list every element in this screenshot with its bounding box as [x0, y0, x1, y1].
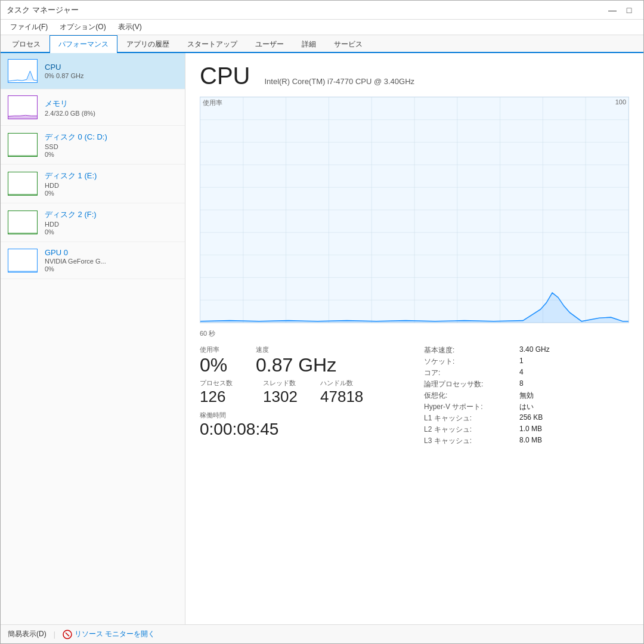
info-row-socket: ソケット: 1	[424, 357, 629, 367]
counts-values-row: 126 1302 47818	[200, 388, 405, 406]
l3-val: 8.0 MB	[519, 436, 542, 446]
l2-key: L2 キャッシュ:	[424, 425, 519, 435]
core-key: コア:	[424, 368, 519, 378]
menu-options[interactable]: オプション(O)	[55, 21, 110, 33]
handle-label: ハンドル数	[320, 379, 353, 388]
disk0-sidebar-title: ディスク 0 (C: D:)	[45, 132, 178, 143]
info-row-hyperv: Hyper-V サポート: はい	[424, 402, 629, 412]
uptime-group: 稼働時間 0:00:08:45	[200, 411, 405, 439]
thread-value: 1302	[263, 388, 311, 406]
disk2-sidebar-subtitle1: HDD	[45, 221, 178, 228]
disk0-sidebar-info: ディスク 0 (C: D:) SSD 0%	[45, 132, 178, 158]
l1-val: 256 KB	[519, 413, 543, 423]
usage-label: 使用率	[200, 345, 242, 354]
main-header: CPU Intel(R) Core(TM) i7-4770 CPU @ 3.40…	[200, 63, 629, 89]
virtual-val: 無効	[519, 391, 534, 401]
socket-key: ソケット:	[424, 357, 519, 367]
menu-view[interactable]: 表示(V)	[113, 21, 147, 33]
handle-value: 47818	[320, 388, 363, 406]
gpu-sidebar-subtitle2: 0%	[45, 265, 178, 273]
title-bar: タスク マネージャー — □	[1, 1, 643, 20]
logical-key: 論理プロセッサ数:	[424, 379, 519, 389]
disk1-sidebar-subtitle2: 0%	[45, 190, 178, 197]
logical-val: 8	[519, 379, 524, 389]
info-row-virtual: 仮想化: 無効	[424, 391, 629, 401]
info-row-l3: L3 キャッシュ: 8.0 MB	[424, 436, 629, 446]
sidebar-item-disk2[interactable]: ディスク 2 (F:) HDD 0%	[1, 203, 185, 242]
speed-value: 0.87 GHz	[256, 354, 336, 376]
window-title: タスク マネージャー	[7, 5, 79, 16]
l1-key: L1 キャッシュ:	[424, 413, 519, 423]
cpu-thumbnail	[8, 59, 38, 83]
disk2-sidebar-subtitle2: 0%	[45, 228, 178, 236]
menu-bar: ファイル(F) オプション(O) 表示(V)	[1, 20, 643, 35]
cpu-sidebar-subtitle: 0% 0.87 GHz	[45, 72, 178, 79]
info-table: 基本速度: 3.40 GHz ソケット: 1 コア: 4 論理プロセッサ数:	[424, 345, 629, 446]
main-title: CPU	[200, 63, 250, 89]
cpu-sidebar-info: CPU 0% 0.87 GHz	[45, 63, 178, 79]
memory-sidebar-info: メモリ 2.4/32.0 GB (8%)	[45, 98, 178, 117]
disk1-sidebar-title: ディスク 1 (E:)	[45, 171, 178, 181]
info-row-base-speed: 基本速度: 3.40 GHz	[424, 345, 629, 355]
main-panel: CPU Intel(R) Core(TM) i7-4770 CPU @ 3.40…	[185, 53, 643, 624]
disk0-sidebar-subtitle1: SSD	[45, 143, 178, 150]
cpu-sidebar-title: CPU	[45, 63, 178, 72]
disk0-thumbnail	[8, 133, 38, 157]
disk2-sidebar-info: ディスク 2 (F:) HDD 0%	[45, 209, 178, 236]
tab-process[interactable]: プロセス	[3, 35, 49, 53]
memory-sidebar-subtitle: 2.4/32.0 GB (8%)	[45, 110, 178, 117]
disk2-thumbnail	[8, 210, 38, 234]
sidebar-item-gpu[interactable]: GPU 0 NVIDIA GeForce G... 0%	[1, 242, 185, 279]
tab-performance[interactable]: パフォーマンス	[49, 35, 117, 53]
task-manager-window: タスク マネージャー — □ ファイル(F) オプション(O) 表示(V) プロ…	[0, 0, 644, 644]
stats-right: 基本速度: 3.40 GHz ソケット: 1 コア: 4 論理プロセッサ数:	[424, 345, 629, 447]
uptime-value: 0:00:08:45	[200, 420, 405, 439]
info-row-core: コア: 4	[424, 368, 629, 378]
disk1-sidebar-subtitle1: HDD	[45, 182, 178, 189]
minimize-button[interactable]: —	[604, 4, 621, 16]
info-row-l1: L1 キャッシュ: 256 KB	[424, 413, 629, 423]
disk1-sidebar-info: ディスク 1 (E:) HDD 0%	[45, 171, 178, 197]
bottom-bar: 簡易表示(D) | リソース モニターを開く	[1, 624, 643, 643]
chart-x-label: 60 秒	[200, 329, 629, 338]
usage-value: 0%	[200, 354, 242, 376]
disk0-sidebar-subtitle2: 0%	[45, 151, 178, 158]
info-row-logical: 論理プロセッサ数: 8	[424, 379, 629, 389]
hyperv-val: はい	[519, 402, 534, 412]
tab-startup[interactable]: スタートアップ	[178, 35, 246, 53]
disk2-sidebar-title: ディスク 2 (F:)	[45, 209, 178, 220]
virtual-key: 仮想化:	[424, 391, 519, 401]
tab-services[interactable]: サービス	[325, 35, 371, 53]
chart-y-label: 使用率	[203, 98, 222, 107]
memory-sidebar-title: メモリ	[45, 98, 178, 109]
svg-line-24	[66, 633, 69, 636]
uptime-label: 稼働時間	[200, 411, 405, 420]
gpu-sidebar-info: GPU 0 NVIDIA GeForce G... 0%	[45, 248, 178, 273]
tab-details[interactable]: 詳細	[293, 35, 325, 53]
content-area: CPU 0% 0.87 GHz メモリ 2.4/32.0 GB (8%)	[1, 53, 643, 624]
sidebar-item-disk0[interactable]: ディスク 0 (C: D:) SSD 0%	[1, 126, 185, 165]
gpu-sidebar-subtitle1: NVIDIA GeForce G...	[45, 258, 178, 265]
memory-thumbnail	[8, 95, 38, 119]
cpu-chart: 使用率 100	[200, 97, 629, 323]
chart-y-max: 100	[615, 98, 626, 106]
tab-users[interactable]: ユーザー	[246, 35, 293, 53]
simple-view-button[interactable]: 簡易表示(D)	[8, 629, 47, 639]
stats-section: 使用率 0% 速度 0.87 GHz プロセス数	[200, 345, 629, 447]
l2-val: 1.0 MB	[519, 425, 542, 435]
speed-label: 速度	[256, 345, 336, 354]
resource-monitor-link[interactable]: リソース モニターを開く	[75, 629, 155, 639]
maximize-button[interactable]: □	[621, 4, 637, 16]
sidebar-item-cpu[interactable]: CPU 0% 0.87 GHz	[1, 53, 185, 89]
monitor-icon	[63, 630, 72, 639]
core-val: 4	[519, 368, 524, 378]
sidebar-item-memory[interactable]: メモリ 2.4/32.0 GB (8%)	[1, 89, 185, 126]
tab-app-history[interactable]: アプリの履歴	[117, 35, 178, 53]
sidebar: CPU 0% 0.87 GHz メモリ 2.4/32.0 GB (8%)	[1, 53, 185, 624]
sidebar-item-disk1[interactable]: ディスク 1 (E:) HDD 0%	[1, 165, 185, 203]
process-value: 126	[200, 388, 253, 406]
menu-file[interactable]: ファイル(F)	[5, 21, 52, 33]
thread-label: スレッド数	[263, 379, 311, 388]
l3-key: L3 キャッシュ:	[424, 436, 519, 446]
title-bar-buttons: — □	[604, 4, 637, 16]
